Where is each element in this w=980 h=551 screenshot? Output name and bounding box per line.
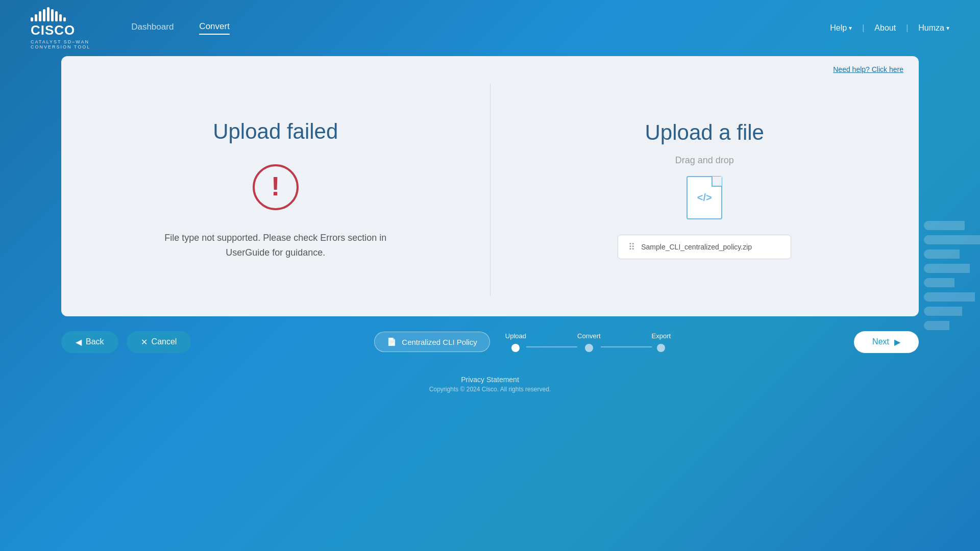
step-export-dot	[657, 344, 665, 352]
step-upload: Upload	[505, 332, 526, 352]
file-input-row[interactable]: ⠿ Sample_CLI_centralized_policy.zip	[618, 235, 791, 259]
separator-2: |	[906, 23, 908, 33]
file-icon-wrapper[interactable]: </>	[687, 176, 722, 219]
privacy-statement-link[interactable]: Privacy Statement	[0, 375, 980, 384]
cancel-icon: ✕	[141, 337, 148, 347]
policy-label: Centralized CLI Policy	[402, 338, 477, 346]
upload-failed-title: Upload failed	[213, 119, 338, 144]
cisco-logo-bars	[31, 7, 66, 21]
upload-failed-panel: Upload failed ! File type not supported.…	[61, 84, 491, 296]
cancel-label: Cancel	[152, 337, 177, 346]
step-area: 📄 Centralized CLI Policy Upload Convert …	[191, 332, 854, 352]
step-export-label: Export	[652, 332, 671, 340]
back-button[interactable]: ◀ Back	[61, 331, 118, 353]
step-upload-label: Upload	[505, 332, 526, 340]
user-label: Humza	[918, 23, 944, 33]
help-label: Help	[830, 23, 847, 33]
logo-subtitle: CATALYST SD–WANCONVERSION TOOL	[31, 39, 90, 49]
help-dropdown[interactable]: Help ▾	[830, 23, 852, 33]
next-label: Next	[872, 337, 889, 346]
logo: CISCO CATALYST SD–WANCONVERSION TOOL	[31, 7, 90, 49]
header: CISCO CATALYST SD–WANCONVERSION TOOL Das…	[0, 0, 980, 56]
step-track: Upload Convert Export	[505, 332, 671, 352]
help-chevron-icon: ▾	[849, 24, 852, 32]
cancel-button[interactable]: ✕ Cancel	[127, 331, 191, 353]
card-body: Upload failed ! File type not supported.…	[61, 73, 919, 316]
file-code-icon: </>	[697, 192, 712, 204]
copyright-text: Copyrights © 2024 Cisco. All rights rese…	[0, 386, 980, 393]
step-line-2	[601, 346, 652, 347]
drag-drop-text: Drag and drop	[675, 155, 734, 166]
next-icon: ▶	[894, 337, 900, 347]
grid-icon: ⠿	[628, 241, 635, 253]
step-export: Export	[652, 332, 671, 352]
footer-bar: ◀ Back ✕ Cancel 📄 Centralized CLI Policy…	[0, 316, 980, 367]
next-button[interactable]: Next ▶	[854, 331, 919, 353]
help-link[interactable]: Need help? Click here	[61, 56, 919, 73]
upload-file-title: Upload a file	[645, 120, 764, 145]
header-right: Help ▾ | About | Humza ▾	[830, 23, 949, 33]
exclamation-mark: !	[271, 173, 280, 199]
policy-pill[interactable]: 📄 Centralized CLI Policy	[374, 332, 490, 352]
back-label: Back	[86, 337, 104, 346]
file-corner	[712, 177, 722, 187]
decorative-bars	[924, 221, 980, 330]
file-name: Sample_CLI_centralized_policy.zip	[641, 243, 780, 251]
step-convert-dot	[585, 344, 593, 352]
step-line-1	[526, 346, 577, 347]
error-message: File type not supported. Please check Er…	[148, 231, 403, 260]
cisco-wordmark: CISCO	[31, 22, 75, 38]
step-convert: Convert	[577, 332, 601, 352]
user-chevron-icon: ▾	[946, 24, 949, 32]
page-footer: Privacy Statement Copyrights © 2024 Cisc…	[0, 367, 980, 397]
user-dropdown[interactable]: Humza ▾	[918, 23, 949, 33]
back-icon: ◀	[76, 337, 82, 347]
nav-dashboard[interactable]: Dashboard	[131, 22, 174, 34]
nav-convert[interactable]: Convert	[199, 21, 230, 35]
step-upload-dot	[511, 344, 520, 352]
separator-1: |	[862, 23, 864, 33]
about-link[interactable]: About	[874, 23, 896, 33]
main-card: Need help? Click here Upload failed ! Fi…	[61, 56, 919, 316]
policy-icon: 📄	[387, 337, 397, 346]
file-icon: </>	[687, 176, 722, 219]
step-convert-label: Convert	[577, 332, 601, 340]
main-nav: Dashboard Convert	[131, 21, 230, 35]
upload-file-panel: Upload a file Drag and drop </> ⠿ Sample…	[491, 84, 919, 296]
error-icon: !	[253, 164, 299, 210]
